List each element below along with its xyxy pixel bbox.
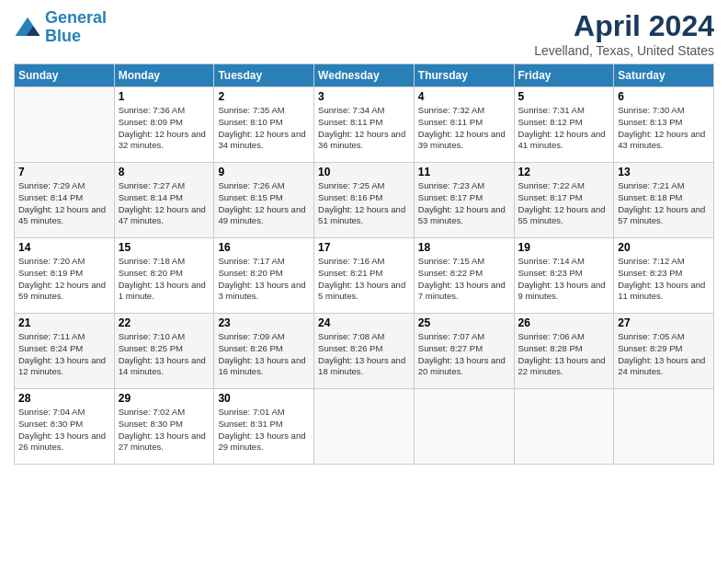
day-info: Sunrise: 7:17 AM Sunset: 8:20 PM Dayligh… [218, 256, 310, 303]
weekday-header: Tuesday [214, 64, 314, 87]
day-number: 10 [318, 166, 410, 178]
calendar-cell: 15 Sunrise: 7:18 AM Sunset: 8:20 PM Dayl… [114, 238, 214, 314]
daylight-text: Daylight: 13 hours and 22 minutes. [518, 355, 606, 377]
daylight-text: Daylight: 13 hours and 27 minutes. [119, 431, 206, 453]
calendar-cell: 19 Sunrise: 7:14 AM Sunset: 8:23 PM Dayl… [514, 238, 614, 314]
logo-icon [14, 14, 41, 41]
sunset-text: Sunset: 8:30 PM [119, 419, 183, 429]
sunrise-text: Sunrise: 7:22 AM [518, 180, 585, 190]
calendar-cell [514, 389, 614, 465]
calendar-cell: 10 Sunrise: 7:25 AM Sunset: 8:16 PM Dayl… [314, 163, 415, 238]
day-number: 24 [318, 316, 410, 329]
sunrise-text: Sunrise: 7:11 AM [18, 331, 85, 341]
sunrise-text: Sunrise: 7:06 AM [518, 331, 585, 341]
sunrise-text: Sunrise: 7:07 AM [418, 331, 484, 341]
calendar-cell: 23 Sunrise: 7:09 AM Sunset: 8:26 PM Dayl… [214, 314, 314, 389]
calendar-week-row: 1 Sunrise: 7:36 AM Sunset: 8:09 PM Dayli… [15, 87, 714, 163]
sunset-text: Sunset: 8:30 PM [18, 419, 83, 429]
sunrise-text: Sunrise: 7:23 AM [418, 180, 484, 190]
calendar-cell [15, 87, 115, 163]
day-number: 26 [518, 316, 610, 329]
daylight-text: Daylight: 13 hours and 29 minutes. [218, 431, 305, 453]
day-number: 28 [18, 392, 110, 405]
sunrise-text: Sunrise: 7:25 AM [318, 180, 384, 190]
day-number: 29 [119, 392, 210, 405]
day-info: Sunrise: 7:27 AM Sunset: 8:14 PM Dayligh… [119, 180, 210, 227]
sunrise-text: Sunrise: 7:20 AM [18, 256, 85, 266]
sunrise-text: Sunrise: 7:04 AM [18, 407, 85, 417]
daylight-text: Daylight: 12 hours and 55 minutes. [518, 204, 606, 226]
sunrise-text: Sunrise: 7:32 AM [418, 105, 484, 115]
sunrise-text: Sunrise: 7:14 AM [518, 256, 585, 266]
weekday-header: Friday [514, 64, 614, 87]
calendar-cell: 18 Sunrise: 7:15 AM Sunset: 8:22 PM Dayl… [414, 238, 514, 314]
day-info: Sunrise: 7:15 AM Sunset: 8:22 PM Dayligh… [418, 256, 510, 303]
daylight-text: Daylight: 12 hours and 57 minutes. [618, 204, 705, 226]
sunrise-text: Sunrise: 7:09 AM [218, 331, 284, 341]
day-info: Sunrise: 7:02 AM Sunset: 8:30 PM Dayligh… [119, 407, 210, 454]
day-info: Sunrise: 7:31 AM Sunset: 8:12 PM Dayligh… [518, 105, 610, 152]
sunrise-text: Sunrise: 7:27 AM [119, 180, 185, 190]
location: Levelland, Texas, United States [534, 43, 714, 58]
daylight-text: Daylight: 13 hours and 9 minutes. [518, 280, 606, 302]
daylight-text: Daylight: 12 hours and 36 minutes. [318, 129, 405, 151]
calendar-week-row: 28 Sunrise: 7:04 AM Sunset: 8:30 PM Dayl… [15, 389, 714, 465]
day-info: Sunrise: 7:16 AM Sunset: 8:21 PM Dayligh… [318, 256, 410, 303]
calendar-cell: 1 Sunrise: 7:36 AM Sunset: 8:09 PM Dayli… [114, 87, 214, 163]
daylight-text: Daylight: 12 hours and 49 minutes. [218, 204, 305, 226]
weekday-header: Thursday [414, 64, 514, 87]
day-info: Sunrise: 7:21 AM Sunset: 8:18 PM Dayligh… [618, 180, 710, 227]
sunrise-text: Sunrise: 7:10 AM [119, 331, 185, 341]
sunset-text: Sunset: 8:27 PM [418, 343, 483, 353]
day-number: 8 [119, 166, 210, 178]
calendar-cell: 14 Sunrise: 7:20 AM Sunset: 8:19 PM Dayl… [15, 238, 115, 314]
sunrise-text: Sunrise: 7:01 AM [218, 407, 284, 417]
day-number: 12 [518, 166, 610, 178]
calendar-cell: 7 Sunrise: 7:29 AM Sunset: 8:14 PM Dayli… [15, 163, 115, 238]
daylight-text: Daylight: 12 hours and 34 minutes. [218, 129, 305, 151]
day-info: Sunrise: 7:05 AM Sunset: 8:29 PM Dayligh… [618, 331, 710, 378]
day-info: Sunrise: 7:08 AM Sunset: 8:26 PM Dayligh… [318, 331, 410, 378]
sunset-text: Sunset: 8:13 PM [618, 117, 682, 127]
day-info: Sunrise: 7:01 AM Sunset: 8:31 PM Dayligh… [218, 407, 310, 454]
daylight-text: Daylight: 13 hours and 16 minutes. [218, 355, 305, 377]
day-number: 13 [618, 166, 710, 178]
calendar-cell: 3 Sunrise: 7:34 AM Sunset: 8:11 PM Dayli… [314, 87, 415, 163]
day-info: Sunrise: 7:07 AM Sunset: 8:27 PM Dayligh… [418, 331, 510, 378]
calendar-cell: 27 Sunrise: 7:05 AM Sunset: 8:29 PM Dayl… [614, 314, 714, 389]
daylight-text: Daylight: 13 hours and 7 minutes. [418, 280, 506, 302]
sunset-text: Sunset: 8:29 PM [618, 343, 682, 353]
title-block: April 2024 Levelland, Texas, United Stat… [534, 9, 714, 58]
daylight-text: Daylight: 13 hours and 14 minutes. [119, 355, 206, 377]
day-number: 11 [418, 166, 510, 178]
calendar-cell: 26 Sunrise: 7:06 AM Sunset: 8:28 PM Dayl… [514, 314, 614, 389]
day-number: 9 [218, 166, 310, 178]
day-number: 6 [618, 90, 710, 103]
calendar-cell: 8 Sunrise: 7:27 AM Sunset: 8:14 PM Dayli… [114, 163, 214, 238]
calendar-week-row: 21 Sunrise: 7:11 AM Sunset: 8:24 PM Dayl… [15, 314, 714, 389]
calendar-cell: 24 Sunrise: 7:08 AM Sunset: 8:26 PM Dayl… [314, 314, 415, 389]
sunrise-text: Sunrise: 7:17 AM [218, 256, 284, 266]
day-number: 14 [18, 241, 110, 254]
logo: General Blue [14, 9, 107, 46]
calendar-cell [614, 389, 714, 465]
weekday-header: Wednesday [314, 64, 415, 87]
daylight-text: Daylight: 13 hours and 3 minutes. [218, 280, 305, 302]
day-info: Sunrise: 7:29 AM Sunset: 8:14 PM Dayligh… [18, 180, 110, 227]
sunrise-text: Sunrise: 7:34 AM [318, 105, 384, 115]
sunrise-text: Sunrise: 7:26 AM [218, 180, 284, 190]
day-info: Sunrise: 7:09 AM Sunset: 8:26 PM Dayligh… [218, 331, 310, 378]
day-info: Sunrise: 7:25 AM Sunset: 8:16 PM Dayligh… [318, 180, 410, 227]
daylight-text: Daylight: 13 hours and 11 minutes. [618, 280, 705, 302]
calendar-cell [414, 389, 514, 465]
weekday-header: Sunday [15, 64, 115, 87]
day-info: Sunrise: 7:14 AM Sunset: 8:23 PM Dayligh… [518, 256, 610, 303]
calendar-cell: 13 Sunrise: 7:21 AM Sunset: 8:18 PM Dayl… [614, 163, 714, 238]
sunset-text: Sunset: 8:25 PM [119, 343, 183, 353]
day-info: Sunrise: 7:18 AM Sunset: 8:20 PM Dayligh… [119, 256, 210, 303]
logo-blue: Blue [45, 27, 81, 45]
calendar-cell: 5 Sunrise: 7:31 AM Sunset: 8:12 PM Dayli… [514, 87, 614, 163]
calendar-cell: 21 Sunrise: 7:11 AM Sunset: 8:24 PM Dayl… [15, 314, 115, 389]
daylight-text: Daylight: 12 hours and 39 minutes. [418, 129, 506, 151]
sunset-text: Sunset: 8:23 PM [518, 268, 583, 278]
